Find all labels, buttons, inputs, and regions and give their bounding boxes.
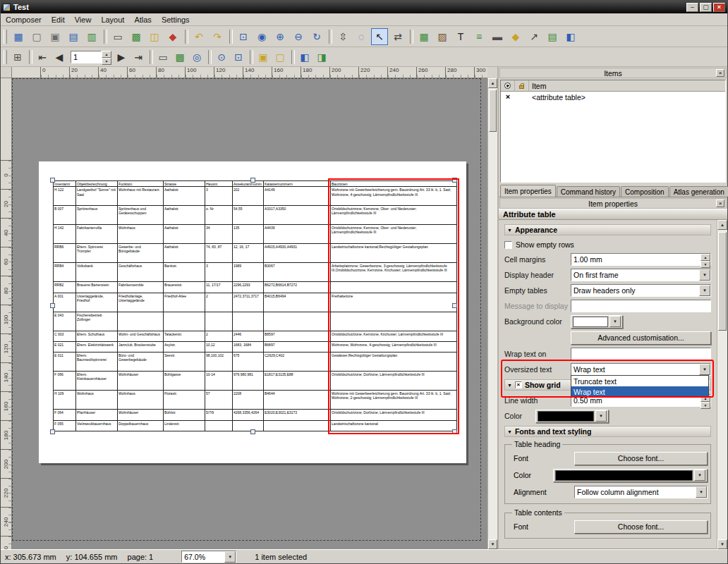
atlas-feature-input[interactable] xyxy=(71,51,102,63)
new-composition-button[interactable]: ▢ xyxy=(28,28,45,45)
close-icon[interactable]: × xyxy=(716,69,724,77)
zoom-out-button[interactable]: ⊖ xyxy=(290,28,307,45)
empty-tables-combo[interactable]: Draw headers only ▼ xyxy=(571,284,711,297)
add-from-template-button[interactable]: ▥ xyxy=(83,28,100,45)
spin-down-icon[interactable]: ▼ xyxy=(700,261,710,268)
menu-atlas[interactable]: Atlas xyxy=(129,14,156,25)
scroll-down-icon[interactable]: ▼ xyxy=(717,539,727,549)
advanced-customisation-button[interactable]: Advanced customisation... xyxy=(571,331,711,345)
atlas-first-feature-button[interactable]: ⇤ xyxy=(35,49,50,65)
save-composer-button[interactable]: ▦ xyxy=(10,28,27,45)
spin-up-icon[interactable]: ▲ xyxy=(102,51,111,58)
add-image-button[interactable]: ▨ xyxy=(434,28,451,45)
items-list-row[interactable]: × <attribute table> xyxy=(501,92,725,102)
atlas-last-feature-button[interactable]: ⇥ xyxy=(131,49,146,65)
heading-color-button[interactable]: ▼ xyxy=(553,469,708,482)
close-icon[interactable]: × xyxy=(716,200,724,207)
heading-choose-font-button[interactable]: Choose font... xyxy=(574,452,708,465)
undo-button[interactable]: ↶ xyxy=(190,28,207,45)
chevron-down-icon[interactable]: ▼ xyxy=(595,410,607,422)
add-scalebar-button[interactable]: ▬ xyxy=(489,28,506,45)
menu-edit[interactable]: Edit xyxy=(47,14,70,25)
export-pdf-button[interactable]: ◆ xyxy=(164,28,181,45)
paper-page[interactable]: InventarnrObjektbezeichnungFunktionStras… xyxy=(39,161,466,463)
export-atlas-button[interactable]: ▩ xyxy=(172,49,188,65)
save-template-button[interactable]: ▤ xyxy=(65,28,82,45)
chevron-down-icon[interactable]: ▼ xyxy=(699,269,710,281)
menu-composer[interactable]: Composer xyxy=(1,14,47,25)
selection-handle[interactable] xyxy=(452,303,457,308)
zoom-in-button[interactable]: ⊕ xyxy=(272,28,289,45)
print-button[interactable]: ▭ xyxy=(109,28,126,45)
selection-handle[interactable] xyxy=(250,429,255,434)
oversized-option-truncate[interactable]: Truncate text xyxy=(571,376,708,386)
menu-settings[interactable]: Settings xyxy=(157,14,195,25)
add-html-button[interactable]: ◧ xyxy=(562,28,579,45)
redo-button[interactable]: ↷ xyxy=(209,28,226,45)
atlas-next-feature-button[interactable]: ▶ xyxy=(114,49,129,65)
tab-command-history[interactable]: Command history xyxy=(557,186,620,197)
atlas-settings-button[interactable]: ⊞ xyxy=(10,49,25,65)
atlas-previous-feature-button[interactable]: ◀ xyxy=(51,49,67,65)
preview-atlas-button[interactable]: ◎ xyxy=(189,49,205,65)
toolbar-grip[interactable] xyxy=(4,30,7,44)
properties-vertical-scrollbar[interactable]: ▲ ▼ xyxy=(717,220,727,549)
spin-up-icon[interactable]: ▲ xyxy=(700,254,710,261)
zoom-tool-button[interactable]: ◌ xyxy=(353,28,370,45)
group-fonts-text-styling[interactable]: ▼ Fonts and text styling xyxy=(504,426,711,437)
item-visibility-checkbox[interactable]: × xyxy=(501,92,515,102)
scroll-up-icon[interactable]: ▲ xyxy=(488,78,497,88)
add-shape-button[interactable]: ◆ xyxy=(507,28,524,45)
select-move-item-button[interactable]: ↖ xyxy=(371,28,388,45)
refresh-view-button[interactable]: ↻ xyxy=(308,28,325,45)
zoom-to-extent-button[interactable]: ⊡ xyxy=(231,49,246,65)
menu-layout[interactable]: Layout xyxy=(96,14,129,25)
composition-canvas[interactable]: InventarnrObjektbezeichnungFunktionStras… xyxy=(12,78,487,549)
scroll-down-icon[interactable]: ▼ xyxy=(488,539,497,549)
export-svg-button[interactable]: ◫ xyxy=(146,28,163,45)
zoom-to-100-button[interactable]: ⊙ xyxy=(214,49,229,65)
add-attribute-table-button[interactable]: ▤ xyxy=(544,28,561,45)
chevron-down-icon[interactable]: ▼ xyxy=(609,316,621,327)
grid-color-button[interactable]: ▼ xyxy=(535,410,609,423)
minimize-button[interactable]: – xyxy=(686,3,698,12)
selection-handle[interactable] xyxy=(250,178,255,183)
selection-handle[interactable] xyxy=(452,429,457,434)
scrollbar-thumb[interactable] xyxy=(718,232,727,331)
lock-items-button[interactable]: ▣ xyxy=(255,49,271,65)
group-items-button[interactable]: ◧ xyxy=(297,49,313,65)
cell-margins-spinbox[interactable]: 1.00 mm ▲ ▼ xyxy=(571,253,711,266)
unlock-items-button[interactable]: ▢ xyxy=(272,49,288,65)
duplicate-composition-button[interactable]: ▣ xyxy=(47,28,63,45)
pan-button[interactable]: ⇳ xyxy=(334,28,351,45)
scrollbar-thumb[interactable] xyxy=(489,90,497,132)
close-button[interactable]: × xyxy=(713,3,725,12)
add-label-button[interactable]: T xyxy=(452,28,469,45)
display-header-combo[interactable]: On first frame ▼ xyxy=(571,269,711,281)
selection-handle[interactable] xyxy=(50,178,55,183)
ungroup-items-button[interactable]: ◨ xyxy=(314,49,329,65)
selection-handle[interactable] xyxy=(50,429,55,434)
selection-handle[interactable] xyxy=(452,178,457,183)
tab-item-properties[interactable]: Item properties xyxy=(500,185,556,197)
selection-handle[interactable] xyxy=(50,303,55,308)
message-to-display-input[interactable] xyxy=(571,300,711,312)
move-content-button[interactable]: ⇄ xyxy=(389,28,406,45)
background-color-button[interactable]: ▼ xyxy=(571,315,623,329)
heading-alignment-combo[interactable]: Follow column alignment ▼ xyxy=(574,486,708,498)
canvas-vertical-scrollbar[interactable]: ▲ ▼ xyxy=(487,78,497,549)
scroll-up-icon[interactable]: ▲ xyxy=(717,220,727,230)
zoom-level-combo[interactable]: 67.0% ▼ xyxy=(181,551,236,563)
zoom-100-button[interactable]: ◉ xyxy=(253,28,270,45)
zoom-full-button[interactable]: ⊡ xyxy=(235,28,252,45)
show-grid-checkbox[interactable]: × xyxy=(515,381,522,388)
oversized-option-wrap[interactable]: Wrap text xyxy=(571,386,708,397)
add-map-button[interactable]: ▦ xyxy=(415,28,432,45)
tab-atlas-generation[interactable]: Atlas generation xyxy=(669,186,728,197)
show-empty-rows-checkbox[interactable] xyxy=(504,241,512,249)
chevron-down-icon[interactable]: ▼ xyxy=(694,470,705,481)
attribute-table-item[interactable]: InventarnrObjektbezeichnungFunktionStras… xyxy=(53,180,457,431)
print-atlas-button[interactable]: ▭ xyxy=(155,49,171,65)
wrap-text-on-input[interactable] xyxy=(571,348,711,360)
contents-choose-font-button[interactable]: Choose font... xyxy=(574,520,708,534)
